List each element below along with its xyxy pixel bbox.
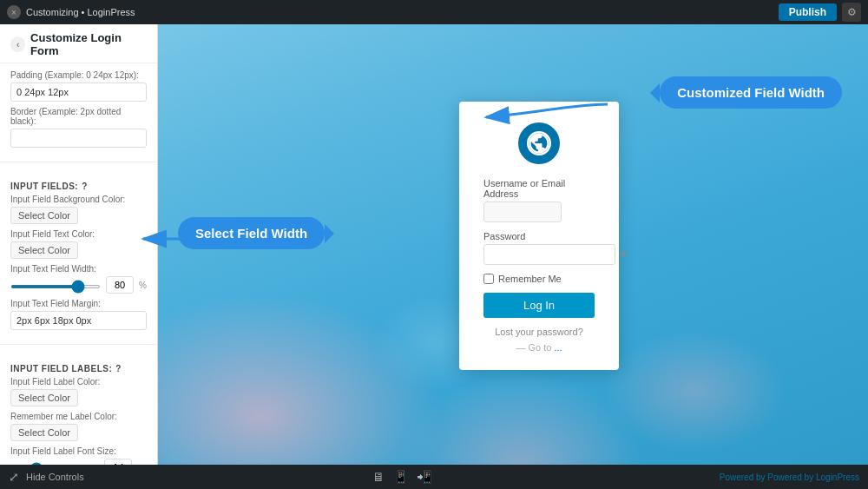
input-fields-help-icon[interactable]: ?	[82, 182, 88, 191]
remember-checkbox[interactable]	[483, 274, 494, 284]
remember-color-button[interactable]: Select Color	[10, 424, 78, 441]
remember-color-label: Remember me Label Color:	[10, 412, 147, 421]
sidebar-title: Customize Login Form	[30, 31, 147, 57]
border-input[interactable]	[10, 129, 147, 148]
username-input[interactable]	[483, 202, 562, 222]
label-font-size-value: 14	[104, 459, 132, 465]
label-color-label: Input Field Label Color:	[10, 377, 147, 387]
username-label: Username or Email Address	[483, 178, 595, 199]
padding-label: Padding (Example: 0 24px 12px):	[10, 70, 147, 80]
bg-color-label: Input Field Background Color:	[10, 195, 147, 204]
bottombar-icons: 🖥 📱 📲	[372, 470, 431, 484]
field-width-slider-row: 80 %	[10, 276, 147, 294]
label-color-button[interactable]: Select Color	[10, 389, 78, 406]
tablet-icon[interactable]: 📱	[393, 470, 408, 484]
label-font-size-row: 14 px	[10, 459, 147, 465]
close-button[interactable]: ×	[7, 5, 21, 19]
field-width-unit: %	[139, 281, 147, 290]
breadcrumb: Customizing • LoginPress	[26, 7, 135, 17]
field-width-label: Input Text Field Width:	[10, 264, 147, 274]
remember-row: Remember Me	[483, 274, 595, 284]
padding-input[interactable]	[10, 83, 147, 102]
publish-button[interactable]: Publish	[779, 3, 837, 21]
back-arrow-icon: ‹	[16, 40, 19, 50]
mobile-icon[interactable]: 📲	[417, 470, 431, 484]
topbar-left: × Customizing • LoginPress	[7, 5, 135, 19]
powered-by: Powered by Powered by LoginPress	[720, 472, 859, 482]
field-labels-heading: INPUT FIELD LABELS: ?	[10, 364, 147, 373]
hide-controls-label[interactable]: Hide Controls	[26, 472, 84, 482]
field-width-slider-container	[10, 279, 101, 291]
border-label: Border (Example: 2px dotted black):	[10, 107, 147, 126]
remember-me-label: Remember Me	[498, 274, 562, 284]
padding-section: Padding (Example: 0 24px 12px): Border (…	[0, 63, 157, 156]
login-button[interactable]: Log In	[483, 293, 595, 318]
password-row: 👁	[483, 244, 595, 265]
bottombar-left: ⤢ Hide Controls	[9, 470, 84, 484]
field-width-slider[interactable]	[10, 285, 101, 288]
bottombar: ⤢ Hide Controls 🖥 📱 📲 Powered by Powered…	[0, 465, 868, 489]
back-button[interactable]: ‹	[10, 36, 25, 52]
bg-color-button[interactable]: Select Color	[10, 207, 78, 224]
field-margin-input[interactable]	[10, 311, 147, 330]
customized-field-width-bubble: Customized Field Width	[660, 76, 842, 109]
expand-icon[interactable]: ⤢	[9, 470, 19, 484]
sidebar: ‹ Customize Login Form Padding (Example:…	[0, 24, 158, 465]
password-input[interactable]	[483, 244, 615, 265]
field-labels-help-icon[interactable]: ?	[115, 364, 122, 373]
input-fields-section: INPUT FIELDS: ? Input Field Background C…	[0, 168, 157, 339]
gear-button[interactable]: ⚙	[842, 3, 861, 22]
input-fields-heading: INPUT FIELDS: ?	[10, 182, 147, 191]
login-logo	[483, 122, 595, 164]
field-margin-label: Input Text Field Margin:	[10, 299, 147, 308]
login-card: Username or Email Address Password 👁 Rem…	[459, 102, 619, 370]
field-width-value: 80	[106, 276, 134, 294]
password-label: Password	[483, 231, 595, 241]
go-to-link[interactable]: ...	[554, 342, 562, 353]
lost-password-link[interactable]: Lost your password?	[483, 327, 595, 337]
select-field-width-bubble: Select Field Width	[178, 217, 325, 249]
gear-icon: ⚙	[847, 6, 857, 18]
text-color-label: Input Field Text Color:	[10, 229, 147, 239]
go-to-text: — Go to ...	[483, 342, 595, 353]
desktop-icon[interactable]: 🖥	[372, 470, 385, 484]
eye-icon[interactable]: 👁	[619, 248, 629, 261]
text-color-button[interactable]: Select Color	[10, 241, 78, 259]
topbar: × Customizing • LoginPress Publish ⚙	[0, 0, 868, 24]
sidebar-header: ‹ Customize Login Form	[0, 24, 157, 63]
wordpress-logo	[518, 122, 560, 164]
field-labels-section: INPUT FIELD LABELS: ? Input Field Label …	[0, 350, 157, 465]
label-font-size-label: Input Field Label Font Size:	[10, 446, 147, 456]
